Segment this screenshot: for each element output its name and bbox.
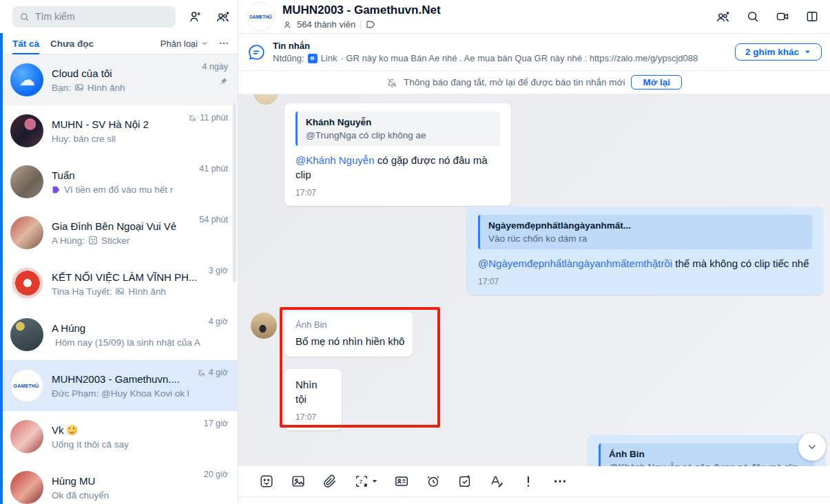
message-incoming-2[interactable]: Ánh Bin Bố mẹ nó nhìn hiền khô xyxy=(284,311,413,357)
quoted-message[interactable]: Ngàyemđẹpnhấtlàngàyanhmất... Vào rúc chố… xyxy=(478,215,812,249)
add-member-icon[interactable] xyxy=(715,10,731,24)
avatar xyxy=(10,165,43,198)
attachment-icon[interactable] xyxy=(314,470,346,493)
message-incoming-1[interactable]: Khánh Nguyễn @TrungNga có clip không ae … xyxy=(284,103,511,206)
chat-list-item-ahung[interactable]: A Húng Hôm nay (15/09) là sinh nhật của … xyxy=(0,309,238,360)
message-outgoing-2[interactable]: Ánh Bin @Khánh Nguyễn có gặp được nó đâu… xyxy=(588,435,825,466)
search-conversation-icon[interactable] xyxy=(746,10,760,23)
search-icon xyxy=(19,12,30,22)
nav-rail-edge xyxy=(0,33,3,504)
chat-list: ☁ Cloud của tôi Bạn: Hình ảnh 4 ngày MUH… xyxy=(0,54,238,504)
quoted-message[interactable]: Ánh Bin @Khánh Nguyễn có gặp được nó đâu… xyxy=(599,443,814,466)
bell-muted-icon xyxy=(386,77,397,88)
sender-name: Ánh Bin xyxy=(295,319,402,330)
avatar-partial xyxy=(253,94,278,105)
sidebar-tabs: Tất cả Chưa đọc Phân loại xyxy=(0,33,238,54)
chat-list-item-tuan[interactable]: Tuấn VI tiền em đổ vào mu hết r 41 phút xyxy=(0,156,238,207)
avatar xyxy=(10,420,43,453)
more-options-icon[interactable] xyxy=(218,38,229,49)
chat-list-item-muhn-sv[interactable]: MUHN - SV Hà Nội 2 Huy: bán cre sll 11 p… xyxy=(0,105,238,156)
tab-all[interactable]: Tất cả xyxy=(12,39,39,49)
contact-card-icon[interactable] xyxy=(386,470,417,493)
message-incoming-3[interactable]: Nhìn tội 17:07 xyxy=(284,369,342,430)
more-tools-icon[interactable] xyxy=(544,470,576,493)
add-group-icon[interactable] xyxy=(215,10,231,24)
text-format-icon[interactable] xyxy=(481,470,512,493)
conversation-sidebar: Tất cả Chưa đọc Phân loại ☁ Cloud của tô… xyxy=(0,0,238,504)
avatar xyxy=(10,318,43,351)
caret-down-icon xyxy=(804,48,811,56)
search-input[interactable] xyxy=(12,6,176,28)
sticker-icon xyxy=(88,235,98,245)
reminder-icon[interactable] xyxy=(417,470,449,493)
priority-icon[interactable] xyxy=(512,470,544,493)
pinned-label: Tin nhắn xyxy=(273,41,728,51)
caret-down-icon xyxy=(371,478,378,485)
more-pins-button[interactable]: 2 ghim khác xyxy=(735,43,822,61)
video-call-icon[interactable] xyxy=(775,10,790,23)
pinned-message-icon xyxy=(247,43,266,62)
chat-panel: GAMETHỦ. MUHN2003 - Gamethuvn.Net 564 th… xyxy=(238,0,830,504)
avatar: ☁ xyxy=(10,63,43,96)
chat-list-item-muhn2003[interactable]: GAMETHỦ. MUHN2003 - Gamethuvn.... Đức Ph… xyxy=(0,360,238,411)
chat-list-item-cloud[interactable]: ☁ Cloud của tôi Bạn: Hình ảnh 4 ngày xyxy=(0,54,238,105)
svg-text:z: z xyxy=(360,479,362,485)
scroll-to-bottom-button[interactable] xyxy=(798,433,826,461)
unmute-button[interactable]: Mở lại xyxy=(631,75,682,90)
message-outgoing-1[interactable]: Ngàyemđẹpnhấtlàngàyanhmất... Vào rúc chố… xyxy=(467,207,823,295)
mention-link[interactable]: @Khánh Nguyễn xyxy=(295,154,374,166)
chat-title: MUHN2003 - Gamethuvn.Net xyxy=(282,3,441,17)
bell-muted-icon xyxy=(188,114,197,123)
chat-list-item-hungmu[interactable]: Hùng MU Ok đã chuyển 20 giờ xyxy=(0,462,238,504)
classify-dropdown[interactable]: Phân loại xyxy=(160,39,209,49)
chat-list-item-ketnoi[interactable]: KẾT NỐI VIỆC LÀM VĨNH PH... Tina Hạ Tuyế… xyxy=(0,258,238,309)
group-avatar[interactable]: GAMETHỦ. xyxy=(247,2,276,31)
message-area[interactable]: Khánh Nguyễn @TrungNga có clip không ae … xyxy=(238,94,830,466)
avatar xyxy=(10,471,43,504)
image-icon xyxy=(115,286,125,296)
message-time: 17:07 xyxy=(295,188,500,198)
message-time: 17:07 xyxy=(295,412,331,422)
bell-muted-icon xyxy=(197,368,206,377)
pin-icon xyxy=(219,77,228,86)
notification-muted-banner: Thông báo đang tắt, mở lại để được báo t… xyxy=(238,71,830,94)
chevron-down-icon xyxy=(806,441,818,453)
image-icon[interactable] xyxy=(282,470,314,493)
mention-link[interactable]: @Ngàyemđẹpnhấtlàngàyanhmấtemthậtrồi xyxy=(478,258,672,269)
member-count[interactable]: 564 thành viên xyxy=(297,19,355,30)
task-icon[interactable] xyxy=(449,470,481,493)
smiley-emoji xyxy=(67,425,77,435)
pinned-preview: Ntdũng: Link · GR này ko mua Bán Ae nhé … xyxy=(273,53,728,63)
chat-list-item-vk[interactable]: Vk Uống ít thôi cả say 17 giờ xyxy=(0,411,238,462)
quoted-message[interactable]: Khánh Nguyễn @TrungNga có clip không ae xyxy=(295,112,500,146)
screen-capture-icon[interactable]: z xyxy=(346,470,386,493)
image-icon xyxy=(74,83,84,92)
avatar-anh-bin[interactable] xyxy=(251,313,277,339)
pinned-message-bar[interactable]: Tin nhắn Ntdũng: Link · GR này ko mua Bá… xyxy=(238,34,830,71)
add-friend-icon[interactable] xyxy=(188,10,203,24)
tab-unread[interactable]: Chưa đọc xyxy=(50,39,94,49)
label-icon xyxy=(366,19,376,30)
members-icon xyxy=(282,20,292,30)
message-time: 17:07 xyxy=(478,277,812,286)
sidebar-header xyxy=(0,0,238,33)
chat-header: GAMETHỦ. MUHN2003 - Gamethuvn.Net 564 th… xyxy=(238,0,830,34)
search-field[interactable] xyxy=(35,11,169,22)
sidebar-scrollbar[interactable] xyxy=(233,103,236,282)
avatar xyxy=(10,216,43,249)
avatar: GAMETHỦ. xyxy=(10,369,43,402)
message-input-area[interactable] xyxy=(238,497,830,504)
avatar xyxy=(10,114,43,147)
split-view-icon[interactable] xyxy=(805,10,819,23)
chat-list-item-giadinh[interactable]: Gia Đình Bên Ngoại Vui Vẻ A Húng: Sticke… xyxy=(0,207,238,258)
label-tag-icon xyxy=(52,185,61,194)
avatar xyxy=(10,267,43,300)
chevron-down-icon xyxy=(200,39,209,48)
sticker-icon[interactable] xyxy=(251,470,282,493)
notice-text: Thông báo đang tắt, mở lại để được báo t… xyxy=(404,77,625,87)
link-icon xyxy=(308,54,318,63)
composer-toolbar: z xyxy=(238,466,830,497)
